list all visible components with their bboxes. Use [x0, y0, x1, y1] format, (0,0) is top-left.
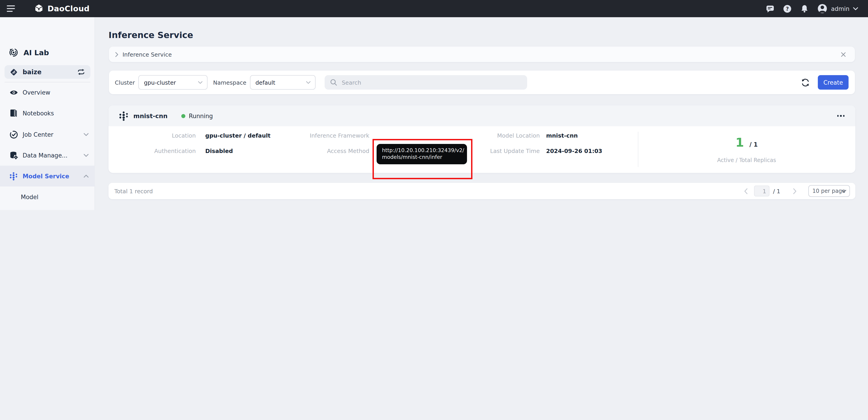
sidebar-item-model-service[interactable]: Model Service: [0, 166, 95, 187]
daocloud-logo-icon: [34, 4, 44, 13]
feedback-icon[interactable]: [766, 4, 775, 13]
topbar: DaoCloud ?: [0, 0, 868, 17]
brand-name: DaoCloud: [48, 4, 90, 13]
search-icon: [330, 79, 337, 86]
chevron-down-icon: [853, 7, 858, 10]
workspace-selector[interactable]: baize: [4, 65, 90, 79]
create-button[interactable]: Create: [818, 75, 848, 90]
per-page-value: 10 per page: [812, 188, 845, 194]
chevron-right-icon: [115, 52, 119, 57]
breadcrumb[interactable]: Inference Service: [123, 51, 172, 58]
per-page-select[interactable]: 10 per page: [808, 185, 850, 197]
app-window: DaoCloud ?: [0, 0, 868, 210]
chevron-up-icon: [84, 174, 89, 178]
chevron-down-icon: [306, 81, 311, 84]
model-service-nodes-icon: [9, 171, 18, 181]
status-dot: [181, 114, 185, 118]
user-menu[interactable]: admin: [817, 4, 858, 13]
search-input[interactable]: [341, 79, 515, 86]
svg-text:?: ?: [786, 6, 789, 11]
page-count: / 1: [773, 188, 780, 194]
sidebar: AI Lab baize: [0, 17, 95, 210]
namespace-select[interactable]: default: [250, 75, 315, 90]
filter-toolbar: Cluster gpu-cluster Namespace default: [109, 71, 855, 94]
authentication-value: Disabled: [205, 147, 233, 154]
inference-service-nodes-icon: [119, 111, 129, 121]
user-name: admin: [831, 5, 849, 12]
location-value: gpu-cluster / default: [205, 132, 271, 139]
replicas-active-count: 1: [736, 135, 744, 149]
access-method-label: Access Method: [280, 147, 369, 154]
close-icon[interactable]: [841, 52, 846, 57]
chevron-down-icon: [84, 153, 89, 157]
last-update-label: Last Update Time: [457, 147, 540, 154]
access-url-tooltip: http://10.20.100.210:32439/v2/ models/mn…: [377, 144, 467, 164]
sidebar-item-label: Job Center: [23, 131, 53, 138]
search-box[interactable]: [324, 75, 527, 90]
chevron-down-icon: [84, 133, 89, 136]
inference-framework-label: Inference Framework: [280, 132, 369, 139]
sidebar-item-notebooks[interactable]: Notebooks: [0, 107, 95, 119]
next-page-icon[interactable]: [793, 188, 797, 194]
brand-logo[interactable]: DaoCloud: [34, 4, 90, 13]
refresh-icon[interactable]: [801, 78, 810, 87]
sidebar-item-data-management[interactable]: Data Manage...: [0, 149, 95, 162]
inference-service-card: mnist-cnn Running Location gpu-cluster /…: [108, 106, 855, 173]
cluster-label: Cluster: [115, 79, 135, 86]
chevron-down-icon: [842, 189, 846, 193]
status-text: Running: [189, 112, 213, 119]
menu-toggle-icon[interactable]: [7, 5, 15, 12]
sidebar-subitem-label: Model: [21, 194, 38, 200]
service-name[interactable]: mnist-cnn: [133, 112, 167, 119]
workspace-name: baize: [23, 68, 41, 76]
sidebar-item-overview[interactable]: Overview: [0, 86, 95, 99]
pagination-bar: Total 1 record 1 / 1 10 per page: [108, 183, 855, 199]
tooltip-line-2: models/mnist-cnn/infer: [382, 154, 462, 161]
sidebar-item-label: Overview: [23, 89, 50, 96]
status-badge: Running: [181, 112, 213, 119]
sidebar-subitem-label: Inference Service: [21, 209, 72, 210]
sidebar-item-label: Data Manage...: [23, 152, 67, 159]
avatar: [817, 4, 828, 13]
notifications-bell-icon[interactable]: [800, 4, 809, 13]
cluster-select[interactable]: gpu-cluster: [138, 75, 208, 90]
more-actions-icon[interactable]: [837, 115, 844, 117]
service-card-body: Location gpu-cluster / default Authentic…: [108, 126, 855, 173]
book-icon: [9, 109, 18, 117]
prev-page-icon[interactable]: [744, 188, 748, 194]
page-title: Inference Service: [108, 30, 193, 40]
replicas-caption: Active / Total Replicas: [638, 157, 855, 163]
database-gear-icon: [9, 151, 18, 160]
workspace-baize-icon: [9, 68, 18, 76]
location-label: Location: [108, 132, 196, 139]
sidebar-divider: [4, 82, 90, 82]
tooltip-line-1: http://10.20.100.210:32439/v2/: [382, 147, 462, 154]
check-circle-icon: [9, 130, 18, 139]
ai-lab-icon: [9, 48, 18, 57]
total-records: Total 1 record: [114, 188, 153, 194]
page-number-input[interactable]: 1: [754, 186, 770, 196]
model-location-value: mnist-cnn: [546, 132, 578, 139]
service-card-header: mnist-cnn Running: [108, 106, 855, 126]
main-content: Inference Service Inference Service Clus…: [95, 17, 868, 210]
breadcrumb-banner: Inference Service: [109, 47, 855, 62]
namespace-value: default: [255, 79, 275, 86]
sidebar-item-job-center[interactable]: Job Center: [0, 128, 95, 141]
cluster-value: gpu-cluster: [144, 79, 176, 86]
namespace-label: Namespace: [213, 79, 246, 86]
sidebar-subitem-inference-service[interactable]: Inference Service: [0, 206, 95, 210]
current-page: 1: [763, 188, 766, 194]
authentication-label: Authentication: [108, 147, 196, 154]
help-icon[interactable]: ?: [783, 4, 792, 13]
sidebar-item-label: Notebooks: [23, 110, 54, 116]
switch-workspace-icon[interactable]: [77, 69, 85, 75]
last-update-value: 2024-09-26 01:03: [546, 147, 602, 154]
product-name: AI Lab: [24, 48, 49, 57]
sidebar-subitem-model[interactable]: Model: [0, 191, 95, 203]
replicas-total-count: / 1: [749, 141, 758, 148]
model-location-label: Model Location: [457, 132, 540, 139]
sidebar-item-label: Model Service: [23, 173, 69, 179]
chevron-down-icon: [198, 81, 203, 84]
product-ai-lab[interactable]: AI Lab: [0, 44, 95, 61]
eye-icon: [9, 89, 18, 95]
